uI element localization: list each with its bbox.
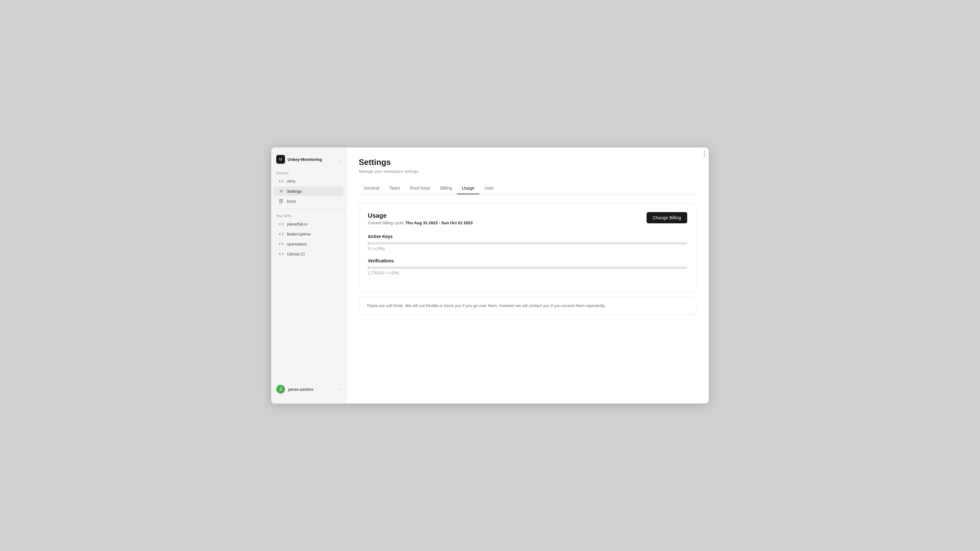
- active-keys-section: Active Keys 3 / ∞ (0%): [368, 234, 687, 251]
- your-apis-section-label: Your APIs: [271, 211, 346, 219]
- code-icon: [279, 179, 284, 184]
- sidebar-item-openstatus[interactable]: openstatus: [274, 239, 344, 249]
- sidebar: U Unkey-Monitoring ⌄ General APIs: [271, 148, 346, 403]
- verifications-value: 1,776,022 / ∞ (0%): [368, 271, 687, 275]
- workspace-icon: U: [276, 155, 285, 164]
- code-icon: [279, 232, 284, 237]
- sidebar-item-betteruptime[interactable]: BetterUptime: [274, 229, 344, 239]
- avatar: J: [276, 385, 285, 394]
- notice-text: These are soft limits. We will not throt…: [367, 303, 689, 309]
- active-keys-progress-bar: [368, 242, 687, 245]
- sidebar-item-githubci-label: GitHub CI: [287, 252, 305, 256]
- billing-cycle: Current billing cycle: Thu Aug 31 2023 -…: [368, 221, 473, 225]
- settings-tabs: General Team Root Keys Billing Usage Use…: [359, 183, 696, 194]
- notice-card: These are soft limits. We will not throt…: [359, 297, 696, 315]
- sidebar-item-settings-label: Settings: [287, 189, 302, 194]
- tab-user[interactable]: User: [479, 183, 499, 194]
- verifications-progress-bar: [368, 267, 687, 269]
- svg-point-0: [281, 191, 282, 192]
- chevron-down-icon: ⌄: [338, 157, 341, 162]
- tab-general[interactable]: General: [359, 183, 384, 194]
- gear-icon: [279, 189, 284, 194]
- usage-title-area: Usage Current billing cycle: Thu Aug 31 …: [368, 212, 473, 225]
- tab-team[interactable]: Team: [384, 183, 405, 194]
- user-menu[interactable]: J james-perkins ›: [274, 382, 344, 396]
- window-decoration: [704, 151, 705, 157]
- verifications-label: Verifications: [368, 258, 687, 263]
- sidebar-item-docs[interactable]: Docs: [274, 197, 344, 206]
- book-icon: [279, 198, 284, 204]
- active-keys-progress-fill: [368, 242, 369, 245]
- active-keys-label: Active Keys: [368, 234, 687, 239]
- main-content: Settings Manage your workspace settings.…: [346, 148, 709, 403]
- workspace-selector[interactable]: U Unkey-Monitoring ⌄: [271, 152, 346, 169]
- code-icon: [279, 221, 284, 227]
- verifications-section: Verifications 1,776,022 / ∞ (0%): [368, 258, 687, 275]
- sidebar-item-openstatus-label: openstatus: [287, 242, 307, 246]
- workspace-info: U Unkey-Monitoring: [276, 155, 322, 164]
- sidebar-item-docs-label: Docs: [287, 199, 296, 204]
- page-title: Settings: [359, 157, 696, 167]
- sidebar-item-planetfall-label: planetfall.io: [287, 222, 307, 227]
- user-info: J james-perkins: [276, 385, 313, 394]
- chevron-right-icon: ›: [340, 387, 341, 391]
- page-subtitle: Manage your workspace settings.: [359, 169, 696, 174]
- tab-usage[interactable]: Usage: [457, 183, 479, 194]
- code-icon: [279, 241, 284, 246]
- code-icon: [279, 251, 284, 256]
- active-keys-value: 3 / ∞ (0%): [368, 246, 687, 251]
- tab-root-keys[interactable]: Root Keys: [405, 183, 435, 194]
- sidebar-divider: [271, 209, 346, 209]
- sidebar-item-betteruptime-label: BetterUptime: [287, 232, 310, 237]
- sidebar-item-apis-label: APIs: [287, 179, 295, 184]
- sidebar-bottom: J james-perkins ›: [271, 380, 346, 399]
- sidebar-item-planetfall[interactable]: planetfall.io: [274, 219, 344, 229]
- sidebar-item-githubci[interactable]: GitHub CI: [274, 249, 344, 259]
- sidebar-item-apis[interactable]: APIs: [274, 176, 344, 186]
- tab-billing[interactable]: Billing: [435, 183, 457, 194]
- usage-header: Usage Current billing cycle: Thu Aug 31 …: [368, 212, 687, 225]
- billing-cycle-dates: Thu Aug 31 2023 - Sun Oct 01 2023: [406, 221, 473, 225]
- workspace-name: Unkey-Monitoring: [288, 157, 322, 162]
- general-section-label: General: [271, 169, 346, 176]
- user-name: james-perkins: [288, 387, 313, 392]
- sidebar-item-settings[interactable]: Settings: [274, 186, 344, 196]
- verifications-progress-fill: [368, 267, 369, 269]
- usage-card: Usage Current billing cycle: Thu Aug 31 …: [359, 203, 696, 292]
- usage-title: Usage: [368, 212, 473, 219]
- change-billing-button[interactable]: Change Billing: [647, 212, 687, 223]
